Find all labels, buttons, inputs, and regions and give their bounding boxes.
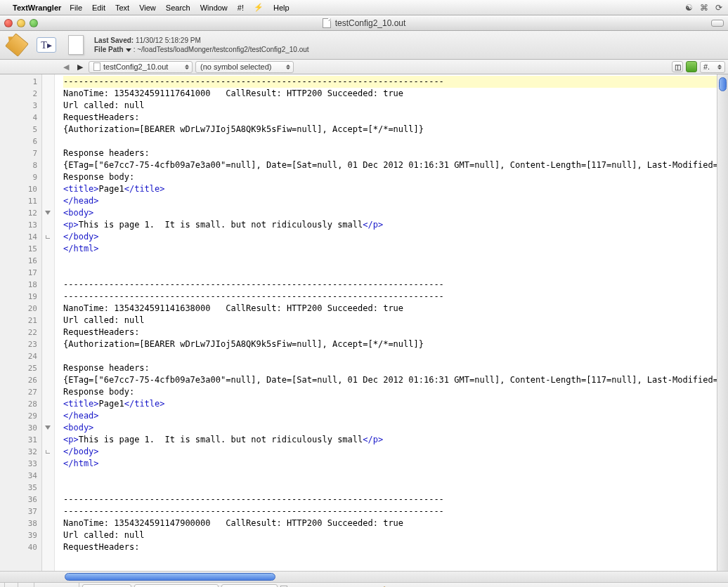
line-number[interactable]: 1 (0, 76, 41, 88)
code-line[interactable]: {ETag=["6e7cc7-75-4cfb09a7e3a00"=null], … (63, 159, 717, 171)
fold-row[interactable] (42, 291, 54, 303)
line-number[interactable]: 23 (0, 338, 41, 350)
code-line[interactable]: </body> (63, 446, 717, 458)
code-line[interactable]: Url called: null (63, 100, 717, 112)
vertical-scrollbar[interactable] (717, 74, 728, 571)
line-number[interactable]: 4 (0, 112, 41, 124)
line-number[interactable]: 16 (0, 255, 41, 267)
fold-row[interactable] (42, 350, 54, 362)
fold-row[interactable] (42, 398, 54, 410)
fold-row[interactable] (42, 207, 54, 219)
line-number[interactable]: 24 (0, 350, 41, 362)
line-number[interactable]: 37 (0, 506, 41, 517)
line-number[interactable]: 33 (0, 458, 41, 470)
app-menu[interactable]: TextWrangler (13, 4, 61, 12)
code-line[interactable] (63, 470, 717, 482)
line-number[interactable]: 15 (0, 243, 41, 255)
code-line[interactable]: <title>Page1</title> (63, 398, 717, 410)
fold-row[interactable] (42, 159, 54, 171)
nav-back-button[interactable]: ◀ (60, 61, 72, 72)
fold-row[interactable] (42, 100, 54, 112)
fold-row[interactable] (42, 315, 54, 327)
menu-file[interactable]: File (70, 4, 82, 12)
line-number[interactable]: 35 (0, 482, 41, 494)
counterpart-button[interactable] (686, 61, 697, 72)
fold-row[interactable] (42, 88, 54, 100)
line-number[interactable]: 32 (0, 446, 41, 458)
menu-view[interactable]: View (139, 4, 156, 12)
line-number[interactable]: 31 (0, 434, 41, 446)
fold-row[interactable] (42, 506, 54, 517)
code-line[interactable]: <body> (63, 207, 717, 219)
code-line[interactable]: </head> (63, 195, 717, 207)
horizontal-scrollbar[interactable] (0, 571, 728, 582)
line-number[interactable]: 20 (0, 303, 41, 315)
code-line[interactable]: ----------------------------------------… (63, 291, 717, 303)
code-line[interactable] (63, 255, 717, 267)
line-number[interactable]: 5 (0, 124, 41, 136)
line-number[interactable]: 40 (0, 541, 41, 553)
code-line[interactable]: ----------------------------------------… (63, 506, 717, 517)
line-number[interactable]: 34 (0, 470, 41, 482)
path-dropdown-icon[interactable] (126, 48, 131, 52)
fold-row[interactable] (42, 482, 54, 494)
line-number[interactable]: 18 (0, 279, 41, 291)
code-line[interactable]: <body> (63, 422, 717, 434)
code-line[interactable]: <p>This is page 1. It is small. but not … (63, 434, 717, 446)
fold-row[interactable] (42, 243, 54, 255)
fold-triangle-icon[interactable] (45, 211, 51, 215)
code-line[interactable]: {Authorization=[BEARER wDrLw7JIoj5A8QK9k… (63, 338, 717, 350)
code-line[interactable]: {Authorization=[BEARER wDrLw7JIoj5A8QK9k… (63, 124, 717, 136)
line-ending-dropdown[interactable]: Unix (LF) (221, 584, 278, 587)
code-line[interactable]: Url called: null (63, 529, 717, 541)
fold-row[interactable] (42, 124, 54, 136)
symbol-dropdown[interactable]: (no symbol selected) (195, 61, 294, 73)
code-fold-gutter[interactable] (42, 74, 55, 571)
menu-search[interactable]: Search (166, 4, 190, 12)
code-line[interactable]: RequestHeaders: (63, 327, 717, 338)
line-number[interactable]: 8 (0, 159, 41, 171)
code-line[interactable]: </html> (63, 458, 717, 470)
line-number[interactable]: 2 (0, 88, 41, 100)
code-line[interactable]: NanoTime: 1354324591147900000 CallResult… (63, 517, 717, 529)
line-number[interactable]: 30 (0, 422, 41, 434)
fold-row[interactable] (42, 183, 54, 195)
fold-row[interactable] (42, 422, 54, 434)
code-line[interactable]: Response headers: (63, 362, 717, 374)
marker-dropdown[interactable]: #. (700, 61, 725, 73)
fold-row[interactable] (42, 136, 54, 147)
line-number[interactable]: 39 (0, 529, 41, 541)
code-line[interactable]: NanoTime: 1354324591141638000 CallResult… (63, 303, 717, 315)
encoding-dropdown[interactable]: Unicode (UTF-8) (134, 584, 219, 587)
code-line[interactable]: </head> (63, 410, 717, 422)
fold-row[interactable] (42, 517, 54, 529)
fold-row[interactable] (42, 76, 54, 88)
menu-window[interactable]: Window (200, 4, 228, 12)
line-number[interactable]: 27 (0, 386, 41, 398)
fold-row[interactable] (42, 231, 54, 243)
fold-row[interactable] (42, 219, 54, 231)
fold-row[interactable] (42, 446, 54, 458)
fold-row[interactable] (42, 529, 54, 541)
line-number[interactable]: 12 (0, 207, 41, 219)
code-line[interactable]: <title>Page1</title> (63, 183, 717, 195)
menu-extra-1-icon[interactable]: ☯ (685, 3, 693, 13)
line-number[interactable]: 14 (0, 231, 41, 243)
code-line[interactable]: <p>This is page 1. It is small. but not … (63, 219, 717, 231)
code-line[interactable] (63, 482, 717, 494)
menu-help[interactable]: Help (273, 4, 290, 12)
new-document-button[interactable] (65, 34, 87, 56)
split-view-button[interactable]: ◫ (672, 61, 683, 72)
fold-row[interactable] (42, 410, 54, 422)
code-line[interactable] (63, 267, 717, 279)
line-number[interactable]: 13 (0, 219, 41, 231)
code-line[interactable]: {ETag=["6e7cc7-75-4cfb09a7e3a00"=null], … (63, 374, 717, 386)
edit-pencil-icon[interactable] (6, 34, 28, 56)
code-line[interactable]: Response body: (63, 386, 717, 398)
fold-row[interactable] (42, 541, 54, 553)
code-line[interactable]: ----------------------------------------… (63, 279, 717, 291)
menu-shebang[interactable]: #! (238, 4, 244, 12)
fold-row[interactable] (42, 279, 54, 291)
fold-row[interactable] (42, 303, 54, 315)
line-number[interactable]: 26 (0, 374, 41, 386)
